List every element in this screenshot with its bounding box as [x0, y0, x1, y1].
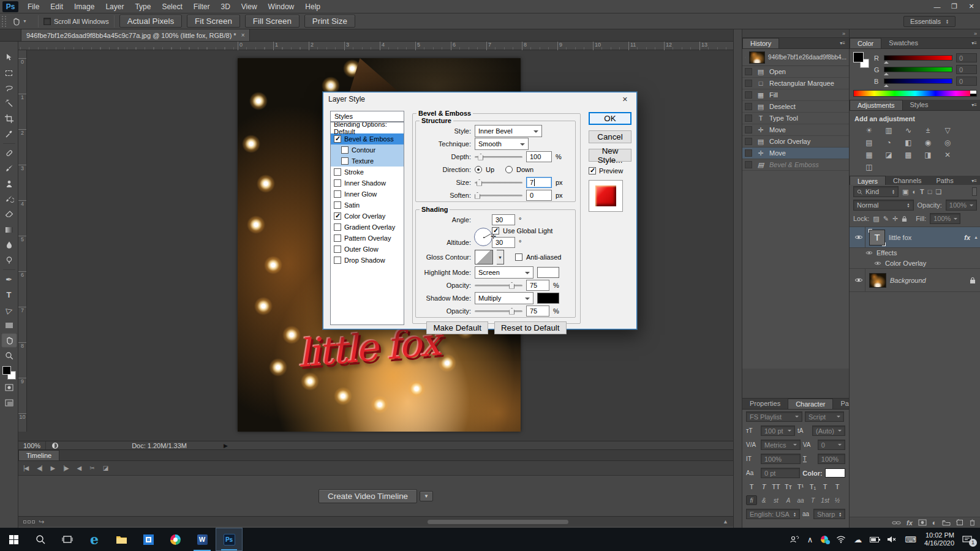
- taskbar-clock[interactable]: 10:02 PM 4/16/2020: [924, 531, 954, 547]
- style-list-item[interactable]: Blending Options: Default: [331, 122, 404, 133]
- gradient-tool[interactable]: [1, 222, 17, 237]
- vertical-scale-field[interactable]: 100%: [761, 454, 801, 464]
- language-select[interactable]: English: USA: [746, 509, 800, 519]
- tab-styles[interactable]: Styles: [903, 100, 936, 110]
- link-layers-icon[interactable]: [892, 520, 901, 526]
- soften-slider[interactable]: [475, 192, 522, 199]
- view-option-button[interactable]: Fill Screen: [245, 15, 300, 28]
- text-style-button[interactable]: T: [746, 482, 757, 492]
- photos-app-icon[interactable]: [135, 528, 162, 551]
- style-list-item[interactable]: Stroke: [331, 167, 404, 178]
- history-state-row[interactable]: T Type Tool: [742, 113, 849, 124]
- blue-value-field[interactable]: 0: [956, 77, 977, 86]
- history-state-row[interactable]: ▤ Color Overlay: [742, 136, 849, 148]
- ok-button[interactable]: OK: [589, 112, 631, 125]
- view-option-button[interactable]: Print Size: [304, 15, 355, 28]
- move-tool[interactable]: [1, 50, 17, 65]
- blend-mode-select[interactable]: Normal: [853, 200, 914, 211]
- preview-checkbox[interactable]: [589, 167, 596, 174]
- dodge-tool[interactable]: [1, 253, 17, 268]
- filter-type-layers-icon[interactable]: T: [920, 188, 924, 195]
- panel-menu-icon[interactable]: ▾≡: [836, 38, 849, 48]
- opacity-field[interactable]: 100%: [946, 200, 977, 211]
- style-checkbox[interactable]: [334, 246, 341, 253]
- style-list-item[interactable]: Inner Glow: [331, 189, 404, 200]
- font-style-select[interactable]: Script: [805, 411, 844, 422]
- lasso-tool[interactable]: [1, 81, 17, 96]
- menu-item[interactable]: File: [22, 0, 45, 13]
- style-checkbox[interactable]: [334, 179, 341, 187]
- start-button[interactable]: [0, 528, 27, 551]
- options-bar-grip[interactable]: [2, 16, 6, 27]
- background-layer-thumbnail[interactable]: [869, 273, 886, 288]
- history-state-row[interactable]: ▤ Bevel & Emboss: [742, 159, 849, 171]
- history-snapshot-row[interactable]: 946fbe7bf1e26daad9f8bb4...: [742, 49, 849, 66]
- crop-tool[interactable]: [1, 111, 17, 126]
- workspace-switcher[interactable]: Essentials: [903, 16, 956, 27]
- magic-wand-tool[interactable]: [1, 96, 17, 111]
- layer-fx-badge[interactable]: fx: [964, 234, 970, 241]
- style-checkbox[interactable]: [334, 212, 341, 220]
- size-field[interactable]: 7: [526, 177, 552, 188]
- menu-item[interactable]: Edit: [45, 0, 69, 13]
- layer-visibility-eye-icon[interactable]: [854, 277, 863, 283]
- style-checkbox[interactable]: [334, 168, 341, 176]
- layer-name[interactable]: little fox: [889, 234, 911, 241]
- vertical-ruler[interactable]: 012345678910: [18, 50, 27, 432]
- type-layer-thumbnail[interactable]: T: [869, 230, 885, 246]
- panel-menu-icon[interactable]: ▾≡: [968, 100, 980, 110]
- dialog-title-bar[interactable]: Layer Style ✕: [323, 92, 636, 106]
- text-style-button[interactable]: Tт: [783, 482, 794, 492]
- add-layer-style-icon[interactable]: fx: [907, 519, 913, 527]
- color-overlay-eye-icon[interactable]: [874, 261, 881, 266]
- tab-swatches[interactable]: Swatches: [881, 38, 925, 48]
- next-frame-button[interactable]: |▶: [63, 465, 68, 471]
- foreground-color-swatch[interactable]: [2, 366, 11, 375]
- exposure-icon[interactable]: ±: [918, 124, 938, 137]
- history-state-row[interactable]: □ Rectangular Marquee: [742, 78, 849, 89]
- baseline-shift-field[interactable]: 0 pt: [761, 468, 800, 478]
- menu-item[interactable]: Image: [69, 0, 100, 13]
- tab-properties[interactable]: Properties: [742, 399, 788, 409]
- curves-icon[interactable]: ∿: [899, 124, 918, 137]
- highlight-opacity-field[interactable]: 75: [526, 280, 549, 291]
- history-state-row[interactable]: ✛ Move: [742, 124, 849, 136]
- hidden-icons-chevron[interactable]: ∧: [807, 535, 813, 544]
- tab-character[interactable]: Character: [788, 399, 833, 409]
- direction-down-radio[interactable]: [505, 166, 513, 173]
- shadow-color-swatch[interactable]: [537, 293, 559, 304]
- style-list-item[interactable]: Inner Shadow: [331, 178, 404, 189]
- onedrive-icon[interactable]: ☁: [854, 535, 862, 544]
- history-source-well[interactable]: [745, 149, 752, 157]
- tab-color[interactable]: Color: [850, 38, 881, 48]
- menu-item[interactable]: 3D: [215, 0, 235, 13]
- opentype-feature-button[interactable]: fi: [746, 495, 757, 505]
- history-source-well[interactable]: [745, 91, 752, 99]
- document-tab-close-icon[interactable]: ×: [241, 32, 245, 39]
- shadow-mode-select[interactable]: Multiply: [475, 292, 533, 304]
- clone-stamp-tool[interactable]: [1, 176, 17, 191]
- path-selection-tool[interactable]: ▷: [1, 302, 17, 317]
- layer-name[interactable]: Background: [890, 277, 926, 284]
- history-state-row[interactable]: ▤ Open: [742, 66, 849, 78]
- color-swatch-pair[interactable]: [853, 52, 869, 68]
- style-checkbox[interactable]: [341, 157, 349, 165]
- text-style-button[interactable]: T: [832, 482, 843, 492]
- tab-adjustments[interactable]: Adjustments: [850, 100, 903, 110]
- action-center-icon[interactable]: 1: [962, 535, 973, 544]
- touch-keyboard-icon[interactable]: ⌨: [905, 535, 916, 544]
- wifi-icon[interactable]: [836, 536, 846, 543]
- text-style-button[interactable]: T: [820, 482, 831, 492]
- flyout-arrow-icon[interactable]: ↪: [39, 518, 44, 526]
- gloss-contour-thumbnail[interactable]: [475, 250, 493, 264]
- hand-tool[interactable]: [1, 333, 17, 348]
- volume-muted-icon[interactable]: [887, 536, 897, 543]
- previous-frame-button[interactable]: ◀|: [37, 465, 42, 471]
- layer-filter-kind-select[interactable]: Kind: [853, 186, 899, 197]
- color-spectrum-ramp[interactable]: [853, 90, 977, 97]
- opentype-feature-button[interactable]: 1st: [820, 495, 831, 505]
- style-checkbox[interactable]: [334, 135, 341, 143]
- slack-tray-icon[interactable]: [821, 536, 828, 543]
- black-white-icon[interactable]: ◧: [899, 137, 918, 149]
- rectangle-tool[interactable]: [1, 318, 17, 332]
